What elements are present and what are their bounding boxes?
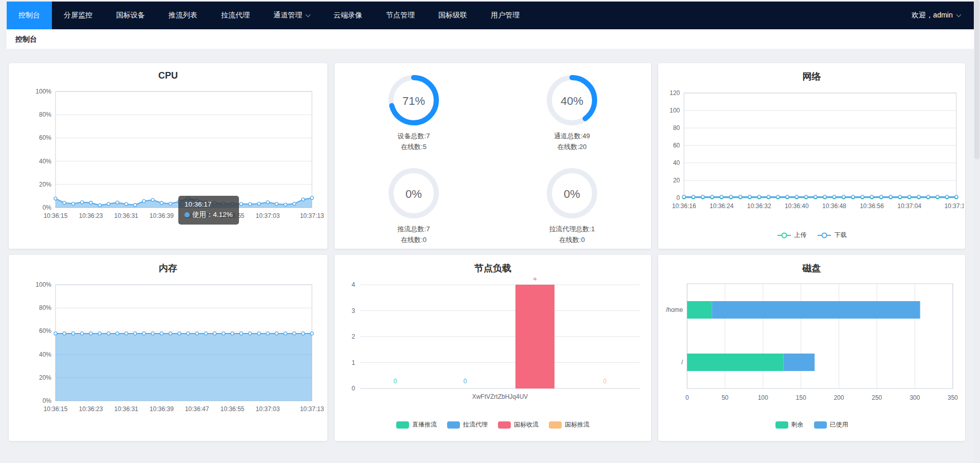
gauge-label: 拉流代理总数:1 <box>549 224 595 234</box>
svg-text:100%: 100% <box>35 281 51 288</box>
nav-item-split-screen-monitor[interactable]: 分屏监控 <box>52 2 104 29</box>
nav-item-label: 用户管理 <box>491 11 520 20</box>
svg-text:150: 150 <box>796 394 806 401</box>
chevron-down-icon <box>956 12 961 17</box>
node-load-chart-host: 012340040XwFtVZrtZbHJq4UV直播推流拉流代理国标收流国标推… <box>335 277 651 429</box>
memory-chart-host: 0%20%40%60%80%100%10:36:1510:36:2310:36:… <box>9 277 327 434</box>
user-menu[interactable]: 欢迎，admin <box>912 2 974 29</box>
user-greeting: 欢迎，admin <box>912 11 953 20</box>
legend-label: 已使用 <box>830 420 848 429</box>
svg-text:60: 60 <box>673 142 680 149</box>
network-chart: 02040608010012010:36:1610:36:2410:36:321… <box>660 86 964 220</box>
legend-item[interactable]: 国标收流 <box>498 420 539 429</box>
legend-swatch-icon <box>775 421 788 429</box>
network-panel: 网络 02040608010012010:36:1610:36:2410:36:… <box>658 63 965 249</box>
svg-text:71%: 71% <box>402 95 425 107</box>
svg-text:10:37:04: 10:37:04 <box>897 202 921 210</box>
svg-text:10:36:39: 10:36:39 <box>150 212 174 219</box>
nav-item-label: 通道管理 <box>273 11 302 20</box>
svg-text:0: 0 <box>352 385 355 392</box>
disk-chart: 050100150200250300350/home/ <box>661 277 962 410</box>
gauge-label: 在线数:20 <box>554 141 590 152</box>
svg-text:10:36:48: 10:36:48 <box>822 202 846 210</box>
page-title: 控制台 <box>15 35 37 43</box>
svg-text:20%: 20% <box>39 181 51 188</box>
svg-text:10:36:15: 10:36:15 <box>44 405 68 413</box>
gauge: 40%通道总数:49在线数:20 <box>493 63 651 156</box>
gauge-labels: 通道总数:49在线数:20 <box>554 131 590 153</box>
svg-text:80: 80 <box>673 124 680 132</box>
svg-text:3: 3 <box>352 307 355 314</box>
nav-item-user-management[interactable]: 用户管理 <box>479 2 531 29</box>
svg-text:0%: 0% <box>405 187 422 200</box>
nav-item-label: 云端录像 <box>334 11 362 20</box>
svg-text:/: / <box>681 359 683 366</box>
svg-text:10:36:40: 10:36:40 <box>784 202 808 210</box>
legend-item[interactable]: 拉流代理 <box>447 420 488 429</box>
svg-text:10:36:24: 10:36:24 <box>709 202 733 210</box>
svg-text:4: 4 <box>352 281 355 288</box>
node-load-panel: 节点负载 012340040XwFtVZrtZbHJq4UV直播推流拉流代理国标… <box>335 255 651 441</box>
svg-text:0: 0 <box>394 378 397 385</box>
svg-text:10:37:13: 10:37:13 <box>300 212 324 219</box>
top-nav: 控制台分屏监控国标设备推流列表拉流代理通道管理云端录像节点管理国标级联用户管理 … <box>7 2 974 29</box>
svg-text:50: 50 <box>722 394 729 401</box>
disk-chart-host: 050100150200250300350/home/剩余已使用 <box>658 277 965 429</box>
svg-text:10:36:55: 10:36:55 <box>220 405 245 413</box>
svg-text:10:36:39: 10:36:39 <box>150 405 174 413</box>
svg-text:10:36:16: 10:36:16 <box>672 202 696 210</box>
chart-legend: 直播推流拉流代理国标收流国标推流 <box>335 420 651 429</box>
gauge-label: 设备总数:7 <box>398 131 430 141</box>
svg-text:10:37:13: 10:37:13 <box>300 405 324 413</box>
node-load-chart: 012340040XwFtVZrtZbHJq4UV <box>339 277 647 410</box>
svg-text:40%: 40% <box>39 158 51 165</box>
network-chart-host: 02040608010012010:36:1610:36:2410:36:321… <box>658 86 965 239</box>
nav-item-node-management[interactable]: 节点管理 <box>374 2 427 29</box>
panel-grid: CPU 0%20%40%60%80%100%10:36:1510:36:2310… <box>9 63 965 441</box>
nav-item-pull-stream-proxy[interactable]: 拉流代理 <box>209 2 262 29</box>
svg-text:100: 100 <box>758 394 768 401</box>
svg-text:10:36:23: 10:36:23 <box>79 212 103 219</box>
gauge-label: 通道总数:49 <box>554 131 590 141</box>
cpu-chart: 0%20%40%60%80%100%10:36:1510:36:2310:36:… <box>11 84 325 238</box>
gauge: 0%推流总数:7在线数:0 <box>335 156 493 249</box>
scrollbar-thumb[interactable] <box>974 0 979 159</box>
disk-panel: 磁盘 050100150200250300350/home/剩余已使用 <box>658 255 965 441</box>
nav-item-cloud-recording[interactable]: 云端录像 <box>322 2 374 29</box>
legend-item[interactable]: 下载 <box>817 231 847 239</box>
legend-item[interactable]: 国标推流 <box>549 420 589 429</box>
legend-label: 国标推流 <box>565 420 589 429</box>
svg-text:/home: /home <box>666 306 683 313</box>
legend-item[interactable]: 上传 <box>777 231 807 239</box>
gauge-labels: 设备总数:7在线数:5 <box>398 131 430 153</box>
panel-title: 内存 <box>9 255 327 274</box>
svg-text:350: 350 <box>948 394 958 401</box>
svg-text:60%: 60% <box>39 134 51 141</box>
gauge: 0%拉流代理总数:1在线数:0 <box>493 156 651 249</box>
page-scrollbar[interactable] <box>974 0 980 463</box>
nav-item-label: 国标设备 <box>116 11 145 20</box>
gauge-label: 推流总数:7 <box>398 224 430 234</box>
legend-item[interactable]: 已使用 <box>814 420 848 429</box>
svg-text:60%: 60% <box>39 327 51 335</box>
nav-item-console[interactable]: 控制台 <box>7 2 52 29</box>
tooltip-time: 10:36:17 <box>184 199 233 210</box>
nav-item-push-stream-list[interactable]: 推流列表 <box>157 2 209 29</box>
legend-item[interactable]: 直播推流 <box>396 420 437 429</box>
svg-text:10:36:47: 10:36:47 <box>185 405 209 413</box>
svg-text:10:37:03: 10:37:03 <box>256 405 280 413</box>
nav-item-gb-cascade[interactable]: 国标级联 <box>427 2 479 29</box>
svg-text:300: 300 <box>910 394 920 401</box>
svg-text:10:36:15: 10:36:15 <box>44 212 68 219</box>
svg-text:1: 1 <box>352 359 355 366</box>
svg-text:100%: 100% <box>35 88 51 95</box>
svg-text:0: 0 <box>686 394 689 401</box>
nav-item-gb-devices[interactable]: 国标设备 <box>104 2 157 29</box>
svg-text:10:36:23: 10:36:23 <box>79 405 103 413</box>
legend-item[interactable]: 剩余 <box>775 420 804 429</box>
series-dot-icon <box>184 212 190 217</box>
nav-item-label: 拉流代理 <box>221 11 250 20</box>
panel-title: 网络 <box>658 63 965 83</box>
panel-title: 磁盘 <box>658 255 965 274</box>
nav-item-channel-management[interactable]: 通道管理 <box>262 2 322 29</box>
